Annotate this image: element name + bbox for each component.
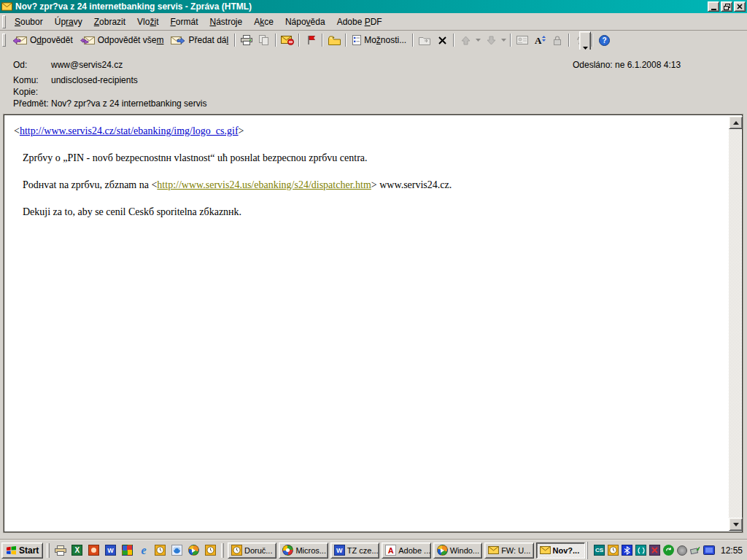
- next-item-dropdown[interactable]: [500, 33, 508, 47]
- text-size-button[interactable]: A: [531, 33, 549, 47]
- toolbar: Odpovědět Odpovědět všem Předat dál: [0, 31, 747, 50]
- forward-button[interactable]: Předat dál: [167, 33, 232, 47]
- delete-mail-icon: [281, 35, 294, 45]
- error-x-icon[interactable]: [649, 545, 660, 556]
- sync-green-icon[interactable]: [663, 545, 674, 556]
- volume-gray-icon[interactable]: [677, 545, 687, 556]
- taskbar-button-inbox[interactable]: Doruč...: [228, 542, 276, 559]
- help-button[interactable]: ?: [595, 33, 613, 47]
- logo-gif-link[interactable]: http://www.servis24.cz/stat/ebanking/img…: [20, 125, 239, 136]
- language-indicator[interactable]: CS: [594, 545, 605, 556]
- internet-explorer-icon: e: [141, 544, 146, 557]
- address-book-button[interactable]: [514, 33, 531, 47]
- options-icon: [352, 35, 361, 45]
- media-player-icon: [188, 545, 199, 556]
- start-button[interactable]: Start: [1, 542, 43, 559]
- toolbar-separator: [568, 34, 570, 47]
- print-button[interactable]: [238, 33, 255, 47]
- reply-icon: [12, 35, 27, 45]
- toolbar-separator: [234, 34, 236, 47]
- next-item-button[interactable]: [482, 33, 500, 47]
- quicklaunch-printer[interactable]: [53, 542, 68, 558]
- body-line-thanks: Dekuji za to, aby se cenil Ceskб sporite…: [14, 206, 728, 218]
- previous-item-dropdown[interactable]: [474, 33, 482, 47]
- taskbar-button-word-doc[interactable]: W TZ cze...: [330, 542, 379, 559]
- menu-zobrazit[interactable]: Zobrazit: [88, 15, 131, 29]
- toolbar-separator: [510, 34, 511, 47]
- scroll-down-button[interactable]: [729, 518, 743, 531]
- previous-item-button[interactable]: [457, 33, 474, 47]
- word-icon: W: [334, 545, 345, 556]
- vertical-scrollbar[interactable]: [729, 116, 741, 531]
- delete-button[interactable]: [433, 33, 451, 47]
- quicklaunch-internet-explorer[interactable]: e: [136, 542, 151, 558]
- scroll-up-button[interactable]: [729, 116, 743, 129]
- quicklaunch-clock[interactable]: [203, 542, 217, 558]
- quicklaunch-outlook[interactable]: [153, 542, 168, 558]
- media-player-icon: [437, 545, 448, 556]
- restore-button[interactable]: [721, 1, 732, 12]
- toolbar-grip[interactable]: [2, 34, 6, 47]
- quicklaunch-outlook-express[interactable]: [170, 542, 185, 558]
- delete-mail-button[interactable]: [279, 33, 296, 47]
- teal-app-icon[interactable]: [635, 545, 646, 556]
- reminder-clock-icon[interactable]: [608, 545, 619, 556]
- next-item-icon: [487, 36, 496, 45]
- from-label: Od:: [13, 60, 27, 70]
- body-line-pin-text: Zprбvy o „PIN - novб bezpecnostnн vlastn…: [14, 152, 728, 164]
- taskbar-button-nova-zprava[interactable]: Nov?...: [536, 542, 585, 559]
- folder-icon: [328, 36, 341, 45]
- text-size-icon: A: [534, 35, 546, 45]
- excel-icon: X: [71, 545, 82, 556]
- taskbar-button-fw-mail[interactable]: FW: U...: [484, 542, 533, 559]
- display-settings-icon[interactable]: [703, 545, 715, 555]
- quicklaunch-powerpoint[interactable]: [87, 542, 101, 558]
- to-label: Komu:: [13, 75, 39, 85]
- quicklaunch-media-player[interactable]: [186, 542, 201, 558]
- sent-value: ne 6.1.2008 4:13: [615, 60, 681, 70]
- menu-nastroje[interactable]: Nástroje: [204, 15, 249, 29]
- menu-format[interactable]: Formát: [164, 15, 204, 29]
- quicklaunch-msn[interactable]: [120, 542, 134, 558]
- move-item-button[interactable]: [416, 33, 433, 47]
- toolbar-grip[interactable]: [2, 15, 6, 28]
- quicklaunch-excel[interactable]: X: [70, 542, 85, 558]
- reply-all-button[interactable]: Odpovědět všem: [77, 33, 168, 47]
- word-icon: W: [105, 545, 116, 556]
- taskbar-clock[interactable]: 12:55: [721, 545, 743, 556]
- taskbar-button-windows-media[interactable]: Windo...: [433, 542, 482, 559]
- permission-button[interactable]: [549, 33, 566, 47]
- flag-button[interactable]: [302, 33, 320, 47]
- window-title: Nov? zpr?va z 24 internetbanking servis …: [15, 1, 252, 12]
- toolbar-separator: [592, 34, 593, 47]
- close-button[interactable]: [734, 1, 746, 12]
- permission-icon: [552, 36, 562, 45]
- taskbar-button-microsoft[interactable]: Micros...: [279, 542, 328, 559]
- minimize-button[interactable]: [708, 1, 719, 12]
- menu-akce[interactable]: Akce: [248, 15, 279, 29]
- copy-icon: [259, 35, 269, 45]
- menu-upravy[interactable]: Úpravy: [49, 15, 88, 29]
- chevron-down-icon: [501, 39, 506, 42]
- dispatcher-link[interactable]: http://www.servis24.us/ebanking/s24/disp…: [157, 179, 371, 190]
- menu-vlozit[interactable]: Vložit: [131, 15, 164, 29]
- taskbar-button-adobe[interactable]: A Adobe ...: [382, 542, 430, 559]
- move-to-folder-button[interactable]: [325, 33, 343, 47]
- colorful-app-icon: [282, 545, 293, 556]
- menu-adobe-pdf[interactable]: Adobe PDF: [331, 15, 388, 29]
- message-body[interactable]: <http://www.servis24.cz/stat/ebanking/im…: [4, 115, 728, 532]
- message-body-frame: <http://www.servis24.cz/stat/ebanking/im…: [4, 114, 743, 532]
- menu-soubor[interactable]: Soubor: [9, 15, 49, 29]
- bluetooth-icon[interactable]: [622, 545, 632, 556]
- menu-napoveda[interactable]: Nápověda: [279, 15, 331, 29]
- options-button[interactable]: Možnosti...: [349, 33, 410, 47]
- help-icon: ?: [599, 35, 610, 46]
- svg-text:A: A: [535, 35, 542, 45]
- quicklaunch-word[interactable]: W: [104, 542, 118, 558]
- removable-device-icon[interactable]: [690, 545, 700, 555]
- copy-button[interactable]: [255, 33, 273, 47]
- powerpoint-icon: [88, 545, 99, 556]
- print-icon: [241, 35, 252, 45]
- window-titlebar[interactable]: Nov? zpr?va z 24 internetbanking servis …: [0, 0, 747, 13]
- reply-button[interactable]: Odpovědět: [9, 33, 77, 47]
